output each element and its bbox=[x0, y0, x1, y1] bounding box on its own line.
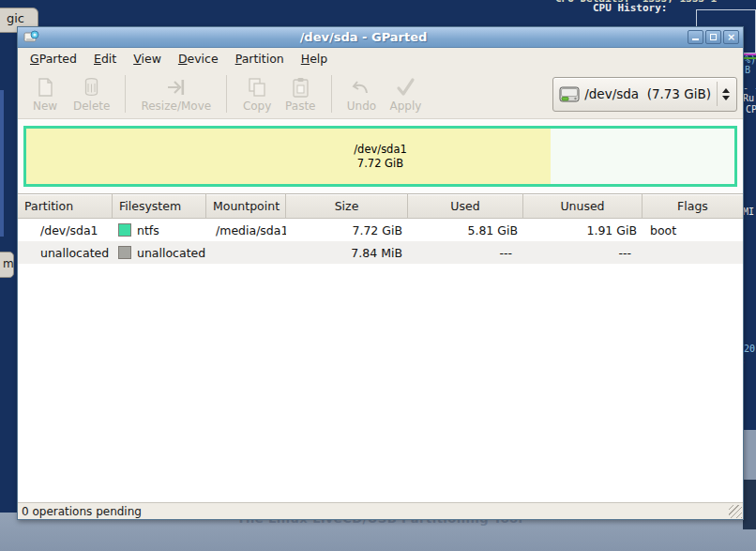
paste-button[interactable]: Paste bbox=[279, 74, 322, 115]
column-header-used[interactable]: Used bbox=[408, 194, 523, 218]
cell-used: --- bbox=[408, 246, 523, 260]
bg-fragment: %) bbox=[745, 54, 756, 65]
column-header-mountpoint[interactable]: Mountpoint bbox=[206, 194, 286, 218]
menu-partition[interactable]: Partition bbox=[227, 49, 293, 69]
copy-icon bbox=[246, 76, 269, 99]
gparted-window: /dev/sda - GParted × GParted Edit View D… bbox=[17, 26, 744, 520]
device-selector[interactable]: /dev/sda (7.73 GiB) bbox=[552, 77, 737, 112]
cell-mountpoint: /media/sda1 bbox=[206, 223, 286, 237]
cell-used: 5.81 GiB bbox=[408, 223, 523, 237]
statusbar: 0 operations pending bbox=[18, 502, 743, 519]
background-window-edge bbox=[0, 90, 4, 237]
paste-icon bbox=[289, 76, 312, 99]
close-icon: × bbox=[724, 31, 738, 43]
resize-move-button[interactable]: Resize/Move bbox=[134, 74, 218, 115]
column-header-flags[interactable]: Flags bbox=[643, 194, 743, 218]
apply-icon bbox=[394, 76, 417, 99]
combo-separator bbox=[717, 82, 718, 106]
cell-filesystem: ntfs bbox=[113, 223, 206, 237]
desktop: CPU Details: 1333, 1333 1 CPU History: %… bbox=[0, 0, 756, 551]
resize-grip[interactable] bbox=[729, 505, 742, 518]
table-header-row: Partition Filesystem Mountpoint Size Use… bbox=[18, 194, 743, 219]
new-partition-icon bbox=[34, 76, 57, 99]
cell-filesystem: unallocated bbox=[113, 246, 206, 260]
toolbar-separator bbox=[331, 75, 332, 113]
maximize-icon bbox=[710, 34, 717, 40]
partition-table: Partition Filesystem Mountpoint Size Use… bbox=[18, 193, 743, 502]
minimize-icon bbox=[692, 38, 699, 40]
cell-unused: --- bbox=[523, 246, 643, 260]
cell-size: 7.72 GiB bbox=[286, 223, 408, 237]
bg-fragment: MI bbox=[743, 207, 754, 217]
resize-move-icon bbox=[164, 76, 188, 99]
cell-size: 7.84 MiB bbox=[286, 246, 408, 260]
monitor-line-magenta bbox=[744, 54, 756, 55]
titlebar[interactable]: /dev/sda - GParted × bbox=[18, 27, 743, 48]
window-title: /dev/sda - GParted bbox=[39, 30, 688, 44]
ntfs-color-swatch bbox=[118, 223, 131, 237]
column-header-size[interactable]: Size bbox=[286, 194, 408, 218]
column-header-partition[interactable]: Partition bbox=[18, 194, 113, 218]
menubar: GParted Edit View Device Partition Help bbox=[18, 48, 743, 69]
cell-unused: 1.91 GiB bbox=[523, 223, 643, 237]
apply-button[interactable]: Apply bbox=[384, 74, 429, 115]
column-header-filesystem[interactable]: Filesystem bbox=[113, 194, 206, 218]
menu-help[interactable]: Help bbox=[293, 49, 337, 69]
bg-fragment: 20 bbox=[744, 344, 755, 354]
close-button[interactable]: × bbox=[723, 30, 739, 44]
background-window-tab-m[interactable]: m bbox=[0, 252, 14, 278]
bg-fragment: - - bbox=[743, 83, 756, 93]
toolbar-separator bbox=[226, 75, 227, 113]
partition-bar[interactable]: /dev/sda1 7.72 GiB bbox=[23, 126, 737, 187]
desktop-right-dark-block bbox=[743, 480, 756, 529]
table-empty-area bbox=[18, 264, 743, 502]
spinner-arrows-icon[interactable] bbox=[722, 88, 733, 100]
partition-visual-panel: /dev/sda1 7.72 GiB bbox=[18, 119, 743, 193]
bg-fragment: Ru bbox=[743, 93, 754, 103]
toolbar-separator bbox=[125, 75, 126, 113]
cell-partition: /dev/sda1 bbox=[18, 223, 113, 237]
menu-view[interactable]: View bbox=[125, 49, 170, 69]
gparted-app-icon bbox=[23, 30, 39, 44]
table-row[interactable]: unallocated unallocated 7.84 MiB --- --- bbox=[18, 241, 743, 264]
cell-flags: boot bbox=[643, 223, 743, 237]
toolbar: New Delete Resize/Move bbox=[18, 69, 743, 119]
undo-button[interactable]: Undo bbox=[340, 74, 384, 115]
table-row[interactable]: /dev/sda1 ntfs /media/sda1 7.72 GiB 5.81… bbox=[18, 219, 743, 241]
bg-fragment: B bbox=[745, 65, 750, 75]
delete-partition-icon bbox=[80, 76, 103, 99]
new-button[interactable]: New bbox=[23, 74, 67, 115]
delete-button[interactable]: Delete bbox=[67, 74, 116, 115]
cpu-history-label: CPU History: bbox=[593, 2, 667, 14]
operations-pending-text: 0 operations pending bbox=[22, 505, 142, 518]
hard-drive-icon bbox=[559, 86, 580, 102]
bg-fragment: CP bbox=[746, 104, 756, 115]
cell-partition: unallocated bbox=[18, 246, 113, 260]
copy-button[interactable]: Copy bbox=[235, 74, 279, 115]
menu-gparted[interactable]: GParted bbox=[22, 49, 85, 69]
minimize-button[interactable] bbox=[688, 30, 703, 44]
partition-bar-label: /dev/sda1 7.72 GiB bbox=[26, 143, 734, 171]
column-header-unused[interactable]: Unused bbox=[523, 194, 643, 218]
monitor-line-green bbox=[744, 57, 756, 59]
undo-icon bbox=[350, 76, 373, 99]
maximize-button[interactable] bbox=[705, 30, 721, 44]
unallocated-color-swatch bbox=[118, 246, 131, 259]
menu-edit[interactable]: Edit bbox=[85, 49, 125, 69]
device-selector-value: /dev/sda (7.73 GiB) bbox=[584, 86, 711, 101]
menu-device[interactable]: Device bbox=[170, 49, 227, 69]
